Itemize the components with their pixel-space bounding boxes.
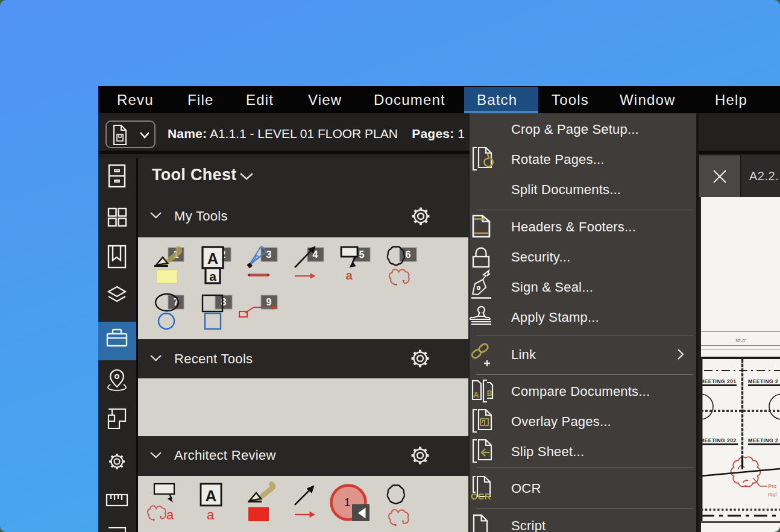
svg-text:A: A <box>206 487 217 505</box>
svg-text:9: 9 <box>266 297 272 307</box>
svg-text:MEETING 2: MEETING 2 <box>748 437 778 443</box>
svg-text:5: 5 <box>359 249 365 260</box>
svg-text:a: a <box>209 269 216 283</box>
svg-text:3: 3 <box>266 249 272 260</box>
svg-text:MEETING 2: MEETING 2 <box>748 378 778 384</box>
svg-text:MEETING 201: MEETING 201 <box>701 378 737 384</box>
svg-text:Pro: Pro <box>768 483 776 489</box>
svg-text:a: a <box>166 507 174 522</box>
svg-text:a: a <box>345 269 353 282</box>
svg-text:30'-0": 30'-0" <box>735 339 746 343</box>
svg-text:1: 1 <box>344 496 351 509</box>
svg-text:B: B <box>487 389 492 398</box>
svg-text:a: a <box>207 507 215 522</box>
svg-text:OCR: OCR <box>471 492 491 501</box>
svg-text:6: 6 <box>406 249 411 260</box>
svg-text:A: A <box>207 250 218 267</box>
svg-text:mul: mul <box>768 492 777 498</box>
svg-text:A: A <box>473 390 479 399</box>
svg-text:MEETING 202: MEETING 202 <box>701 437 737 443</box>
